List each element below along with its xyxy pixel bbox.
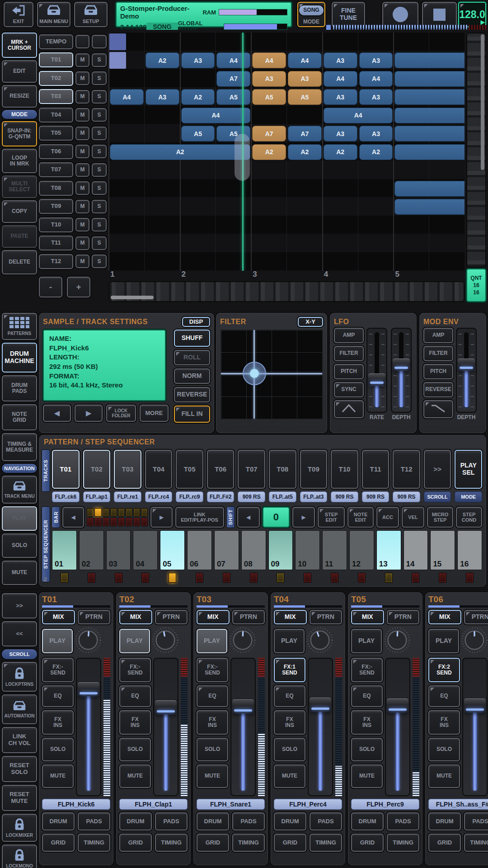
setup-button[interactable]: SETUP bbox=[74, 2, 108, 27]
mixer-nav-reset-solo[interactable]: RESET SOLO bbox=[2, 756, 37, 782]
channel-sample-name[interactable]: FLPH_Kick6 bbox=[42, 799, 110, 810]
channel-fader[interactable] bbox=[385, 658, 410, 796]
grid-button[interactable]: GRID bbox=[428, 834, 461, 852]
mute-button-t12[interactable]: M bbox=[75, 255, 89, 268]
timing-button[interactable]: TIMING bbox=[232, 834, 265, 852]
grid-button[interactable]: GRID bbox=[274, 834, 306, 852]
channel-fader-cap[interactable] bbox=[78, 682, 99, 696]
lfo-rate-fader[interactable] bbox=[366, 328, 387, 413]
track-button-t05[interactable]: T05 bbox=[176, 450, 203, 489]
arranger-track-label-t11[interactable]: T11 bbox=[39, 236, 73, 250]
channel-fader[interactable] bbox=[308, 658, 333, 796]
mixer-nav-lockmono[interactable]: LOCKMONO bbox=[2, 844, 37, 868]
track-scroll-button[interactable]: >> bbox=[424, 450, 451, 489]
pattern-block-a4[interactable]: A4 bbox=[359, 71, 393, 87]
pattern-block[interactable] bbox=[394, 89, 465, 105]
pattern-block-a5[interactable]: A5 bbox=[252, 89, 286, 105]
arranger-track-label-t09[interactable]: T09 bbox=[39, 199, 73, 214]
mix-tab[interactable]: MIX bbox=[197, 610, 230, 624]
arranger-tool-edit[interactable]: EDIT bbox=[2, 60, 37, 83]
mod-env-pitch-button[interactable]: PITCH bbox=[423, 364, 453, 379]
arranger-tool-paste[interactable]: PASTE bbox=[2, 225, 37, 248]
solo-button-t12[interactable]: S bbox=[92, 255, 107, 268]
lock-folder-button[interactable]: LOCK FOLDER bbox=[106, 405, 136, 422]
channel-sample-name[interactable]: FLPH_Clap1 bbox=[119, 799, 188, 810]
mute-button[interactable]: MUTE bbox=[197, 764, 228, 788]
ptrn-tab[interactable]: PTRN bbox=[464, 610, 488, 624]
mute-button[interactable]: MUTE bbox=[351, 764, 383, 788]
pattern-block-a5[interactable]: A5 bbox=[288, 89, 322, 105]
ptrn-tab[interactable]: PTRN bbox=[310, 610, 343, 624]
pads-button[interactable]: PADS bbox=[78, 812, 110, 830]
step-button-08[interactable]: 08 bbox=[241, 530, 266, 570]
pattern-block-a4[interactable]: A4 bbox=[181, 108, 251, 123]
channel-fader-cap[interactable] bbox=[310, 698, 331, 712]
channel-fader[interactable] bbox=[230, 658, 256, 796]
eq-button[interactable]: EQ bbox=[351, 685, 383, 707]
arranger-tool-copy[interactable]: COPY bbox=[2, 200, 37, 223]
mute-button-t03[interactable]: M bbox=[75, 90, 89, 104]
mod-env-amp-button[interactable]: AMP bbox=[423, 328, 453, 343]
solo-button[interactable]: SOLO bbox=[197, 738, 228, 761]
step-button-01[interactable]: 01 bbox=[52, 530, 77, 570]
channel-play-button[interactable]: PLAY bbox=[351, 629, 382, 653]
pattern-block-a4[interactable]: A4 bbox=[288, 52, 322, 68]
step-button-07[interactable]: 07 bbox=[214, 530, 239, 570]
pattern-block-a2[interactable]: A2 bbox=[145, 52, 179, 68]
zoom-out-button[interactable]: - bbox=[39, 277, 62, 297]
solo-button[interactable]: SOLO bbox=[428, 738, 460, 761]
fx-ins-button[interactable]: FX INS bbox=[119, 710, 151, 735]
ptrn-tab[interactable]: PTRN bbox=[78, 610, 111, 624]
lfo-amp-button[interactable]: AMP bbox=[334, 328, 364, 343]
eq-button[interactable]: EQ bbox=[119, 685, 151, 707]
lfo-waveform-button[interactable] bbox=[334, 400, 364, 418]
timing-button[interactable]: TIMING bbox=[155, 834, 188, 852]
solo-button-t06[interactable]: S bbox=[92, 145, 107, 158]
grid-button[interactable]: GRID bbox=[42, 834, 75, 852]
eq-button[interactable]: EQ bbox=[42, 685, 74, 707]
pattern-block-a3[interactable]: A3 bbox=[324, 126, 357, 142]
arranger-tool-multi-select[interactable]: MULTI SELECT bbox=[2, 175, 37, 198]
horizontal-scrollbar[interactable] bbox=[108, 281, 465, 302]
timing-button[interactable]: TIMING bbox=[78, 834, 110, 852]
nav-item-mute[interactable]: MUTE bbox=[2, 561, 37, 585]
pattern-block-a2[interactable]: A2 bbox=[324, 144, 357, 160]
arranger-track-label-t04[interactable]: T04 bbox=[39, 108, 73, 123]
arranger-track-label-t08[interactable]: T08 bbox=[39, 181, 73, 196]
mute-button-t08[interactable]: M bbox=[75, 181, 89, 195]
fill-in-button[interactable]: FILL IN bbox=[174, 406, 210, 423]
channel-play-button[interactable]: PLAY bbox=[428, 629, 459, 653]
pads-button[interactable]: PADS bbox=[155, 812, 188, 830]
record-button[interactable] bbox=[382, 2, 418, 27]
reverse-button[interactable]: REVERSE bbox=[174, 387, 210, 402]
mute-button-t07[interactable]: M bbox=[75, 163, 89, 177]
step-button-04[interactable]: 04 bbox=[133, 530, 158, 570]
pads-button[interactable]: PADS bbox=[387, 812, 419, 830]
channel-play-button[interactable]: PLAY bbox=[42, 629, 73, 653]
xy-mode-button[interactable]: X-Y bbox=[298, 317, 323, 327]
solo-button[interactable]: SOLO bbox=[42, 738, 74, 761]
track-button-t06[interactable]: T06 bbox=[207, 450, 235, 489]
pattern-block-a4[interactable]: A4 bbox=[324, 71, 357, 87]
shuff-button[interactable]: SHUFF bbox=[174, 330, 210, 347]
quantize-display[interactable]: QNT 16 16 bbox=[466, 269, 486, 302]
track-chip-t05[interactable]: FLP..rc9 bbox=[176, 491, 203, 502]
mod-env-depth-fader[interactable] bbox=[456, 328, 477, 413]
step-button-10[interactable]: 10 bbox=[295, 530, 320, 570]
track-button-t12[interactable]: T12 bbox=[393, 450, 420, 489]
ptrn-tab[interactable]: PTRN bbox=[232, 610, 265, 624]
solo-button-t01[interactable]: S bbox=[92, 53, 107, 67]
track-chip-t02[interactable]: FLP..ap1 bbox=[83, 491, 111, 502]
mixer-nav-scroll[interactable]: SCROLL bbox=[2, 649, 37, 659]
mute-button-t11[interactable]: M bbox=[75, 236, 89, 250]
arranger-track-label-t10[interactable]: T10 bbox=[39, 217, 73, 232]
grid-button[interactable]: GRID bbox=[351, 834, 384, 852]
track-button-t09[interactable]: T09 bbox=[300, 450, 328, 489]
fine-tune-button[interactable]: FINE TUNE bbox=[332, 2, 365, 27]
grid-button[interactable]: GRID bbox=[119, 834, 152, 852]
track-chip-t01[interactable]: FLP..ck6 bbox=[52, 491, 80, 502]
solo-button-t10[interactable]: S bbox=[92, 218, 107, 231]
mod-env-waveform-button[interactable] bbox=[423, 400, 453, 418]
track-button-t11[interactable]: T11 bbox=[362, 450, 389, 489]
channel-sample-name[interactable]: FLPH_Sh..ass_F# bbox=[428, 799, 488, 810]
